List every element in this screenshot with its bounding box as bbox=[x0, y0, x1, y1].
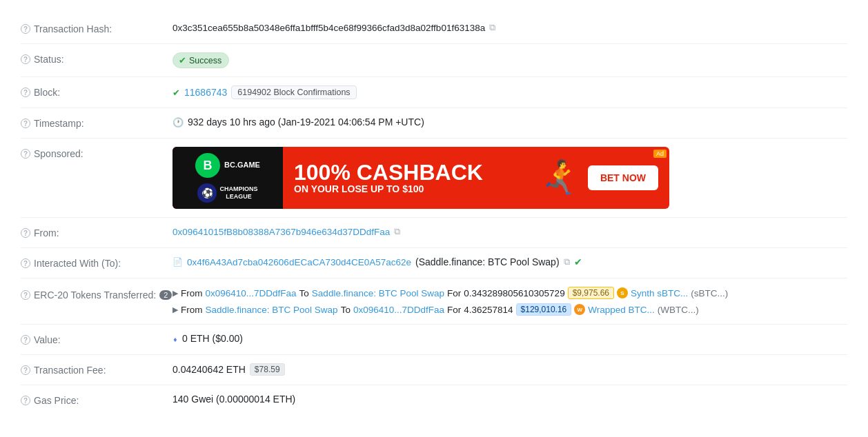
sbtc-token-icon: S bbox=[617, 287, 628, 298]
help-icon-block[interactable]: ? bbox=[21, 88, 30, 97]
player-icon: 🏃 bbox=[540, 161, 581, 194]
from-label: ? From: bbox=[21, 226, 172, 238]
block-value: ✔ 11686743 6194902 Block Confirmations bbox=[172, 85, 847, 99]
help-icon-sponsored[interactable]: ? bbox=[21, 149, 30, 159]
from-row: ? From: 0x09641015fB8b08388A7367b946e634… bbox=[21, 218, 847, 248]
transfer2-usd-badge: $129,010.16 bbox=[516, 303, 572, 316]
clock-icon: 🕐 bbox=[172, 117, 184, 128]
status-badge: ✔ Success bbox=[172, 52, 229, 68]
help-icon-from[interactable]: ? bbox=[21, 228, 30, 238]
contract-file-icon: 📄 bbox=[172, 257, 183, 267]
interacted-with-value: 📄 0x4f6A43Ad7cba042606dECaCA730d4CE0A57a… bbox=[172, 256, 847, 267]
from-address-link[interactable]: 0x09641015fB8b08388A7367b946e634d37DDdfF… bbox=[172, 227, 390, 237]
fee-usd-badge: $78.59 bbox=[250, 363, 285, 376]
bc-game-logo: B bbox=[195, 153, 220, 178]
help-icon-erc20[interactable]: ? bbox=[21, 290, 30, 300]
help-icon-txhash[interactable]: ? bbox=[21, 24, 30, 34]
transfer1-from-link[interactable]: 0x096410...7DDdfFaa bbox=[206, 288, 297, 298]
status-row: ? Status: ✔ Success bbox=[21, 44, 847, 77]
interacted-address-link[interactable]: 0x4f6A43Ad7cba042606dECaCA730d4CE0A57ac6… bbox=[187, 257, 411, 267]
erc20-transfers: ▶ From 0x096410...7DDdfFaa To Saddle.fin… bbox=[172, 287, 847, 316]
ad-banner[interactable]: B BC.GAME ⚽ CHAMPIONSLEAGUE 100% CASHBAC… bbox=[172, 147, 669, 209]
ad-middle-panel: 100% CASHBACK ON YOUR LOSE UP TO $100 bbox=[283, 154, 540, 201]
arrow-icon-1: ▶ bbox=[172, 289, 178, 298]
sponsored-label: ? Sponsored: bbox=[21, 147, 172, 159]
gas-price-label: ? Gas Price: bbox=[21, 394, 172, 406]
transfer2-token-link[interactable]: Wrapped BTC... bbox=[588, 305, 655, 315]
help-icon-value[interactable]: ? bbox=[21, 335, 30, 345]
bet-now-button[interactable]: BET NOW bbox=[588, 165, 658, 190]
tx-hash-text: 0x3c351cea655b8a50348e6ffa1bfff5b4ce68f9… bbox=[172, 23, 485, 33]
transfer2-to-link[interactable]: 0x096410...7DDdfFaa bbox=[353, 305, 444, 315]
block-label: ? Block: bbox=[21, 85, 172, 98]
champions-text: CHAMPIONSLEAGUE bbox=[219, 185, 257, 201]
transaction-hash-label: ? Transaction Hash: bbox=[21, 22, 172, 34]
timestamp-row: ? Timestamp: 🕐 932 days 10 hrs ago (Jan-… bbox=[21, 108, 847, 139]
erc20-row: ? ERC-20 Tokens Transferred: 2 ▶ From 0x… bbox=[21, 278, 847, 325]
transfer1-to-link[interactable]: Saddle.finance: BTC Pool Swap bbox=[312, 288, 444, 298]
help-icon-interacted[interactable]: ? bbox=[21, 258, 30, 268]
block-number-link[interactable]: 11686743 bbox=[184, 87, 227, 98]
from-value: 0x09641015fB8b08388A7367b946e634d37DDdfF… bbox=[172, 226, 847, 237]
interacted-with-row: ? Interacted With (To): 📄 0x4f6A43Ad7cba… bbox=[21, 248, 847, 278]
transaction-fee-label: ? Transaction Fee: bbox=[21, 363, 172, 376]
transfer-row-2: ▶ From Saddle.finance: BTC Pool Swap To … bbox=[172, 303, 699, 316]
value-display: ⬧ 0 ETH ($0.00) bbox=[172, 333, 847, 344]
gas-price-value: 140 Gwei (0.00000014 ETH) bbox=[172, 394, 847, 405]
block-row: ? Block: ✔ 11686743 6194902 Block Confir… bbox=[21, 77, 847, 108]
transfer1-token-link[interactable]: Synth sBTC... bbox=[631, 288, 688, 298]
transaction-hash-row: ? Transaction Hash: 0x3c351cea655b8a5034… bbox=[21, 14, 847, 44]
champions-league-badge: ⚽ bbox=[197, 183, 217, 203]
wbtc-token-icon: W bbox=[574, 304, 585, 315]
help-icon-status[interactable]: ? bbox=[21, 54, 30, 64]
status-value: ✔ Success bbox=[172, 52, 847, 68]
copy-interacted-icon[interactable]: ⧉ bbox=[564, 256, 570, 267]
value-row: ? Value: ⬧ 0 ETH ($0.00) bbox=[21, 325, 847, 355]
status-label: ? Status: bbox=[21, 52, 172, 65]
ad-label-badge: Ad bbox=[653, 150, 667, 158]
ad-right-panel: 🏃 BET NOW bbox=[540, 161, 669, 194]
help-icon-gas[interactable]: ? bbox=[21, 396, 30, 405]
interacted-with-label: ? Interacted With (To): bbox=[21, 256, 172, 269]
check-icon: ✔ bbox=[179, 55, 186, 65]
cashback-headline: 100% CASHBACK bbox=[294, 161, 483, 183]
sponsored-row: ? Sponsored: B BC.GAME ⚽ CHAMPIONSLEAGUE… bbox=[21, 139, 847, 218]
erc20-count-badge: 2 bbox=[159, 290, 172, 300]
transaction-hash-value: 0x3c351cea655b8a50348e6ffa1bfff5b4ce68f9… bbox=[172, 22, 847, 33]
block-check-icon: ✔ bbox=[172, 88, 180, 98]
copy-from-icon[interactable]: ⧉ bbox=[394, 226, 400, 237]
transfer1-usd-badge: $9,975.66 bbox=[568, 287, 614, 299]
timestamp-value: 🕐 932 days 10 hrs ago (Jan-19-2021 04:06… bbox=[172, 116, 847, 128]
help-icon-fee[interactable]: ? bbox=[21, 365, 30, 375]
bc-game-text: BC.GAME bbox=[224, 161, 260, 170]
ad-left-panel: B BC.GAME ⚽ CHAMPIONSLEAGUE bbox=[172, 147, 283, 209]
transfer-row-1: ▶ From 0x096410...7DDdfFaa To Saddle.fin… bbox=[172, 287, 728, 299]
gas-price-row: ? Gas Price: 140 Gwei (0.00000014 ETH) bbox=[21, 385, 847, 416]
cashback-subtext: ON YOUR LOSE UP TO $100 bbox=[294, 183, 424, 194]
value-label: ? Value: bbox=[21, 333, 172, 345]
eth-diamond-icon: ⬧ bbox=[172, 334, 178, 344]
transaction-fee-row: ? Transaction Fee: 0.04240642 ETH $78.59 bbox=[21, 355, 847, 385]
help-icon-timestamp[interactable]: ? bbox=[21, 119, 30, 128]
arrow-icon-2: ▶ bbox=[172, 305, 178, 314]
confirmations-badge: 6194902 Block Confirmations bbox=[231, 85, 356, 99]
transfer2-from-link[interactable]: Saddle.finance: BTC Pool Swap bbox=[206, 305, 338, 315]
verified-icon: ✔ bbox=[574, 256, 582, 267]
ad-banner-container: B BC.GAME ⚽ CHAMPIONSLEAGUE 100% CASHBAC… bbox=[172, 147, 847, 209]
timestamp-label: ? Timestamp: bbox=[21, 116, 172, 129]
copy-icon[interactable]: ⧉ bbox=[489, 22, 495, 33]
erc20-label: ? ERC-20 Tokens Transferred: 2 bbox=[21, 287, 172, 301]
transaction-fee-value: 0.04240642 ETH $78.59 bbox=[172, 363, 847, 376]
